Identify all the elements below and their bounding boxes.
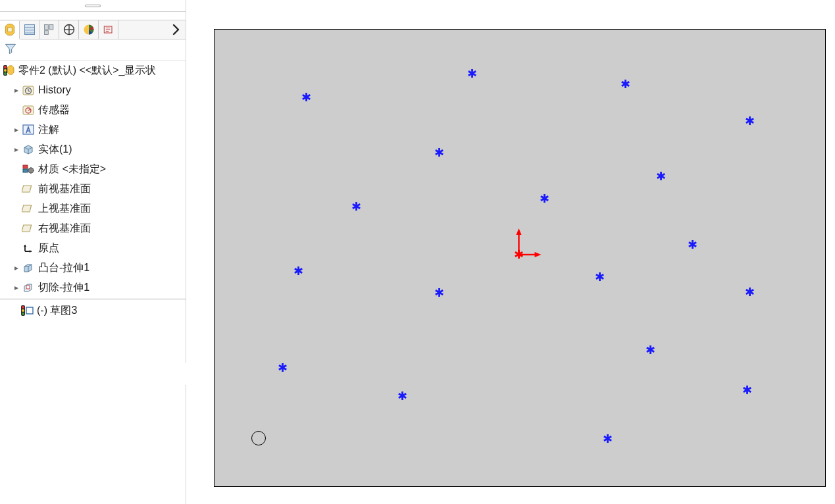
svg-point-23 (28, 168, 34, 173)
cut-icon (21, 280, 36, 295)
origin-star: ✱ (514, 248, 524, 261)
sketch-point[interactable]: ✱ (434, 288, 444, 297)
extrude-icon (21, 261, 36, 275)
sketch-point[interactable]: ✱ (742, 386, 752, 395)
feature-manager-icon (3, 23, 16, 36)
sketch-canvas[interactable]: ✱✱✱✱✱✱✱✱✱✱✱✱✱✱✱✱✱✱✱ (214, 29, 826, 487)
sketch-point[interactable]: ✱ (540, 194, 549, 203)
sketch-origin[interactable]: ✱ (514, 250, 524, 259)
svg-point-28 (22, 313, 24, 315)
tab-property-manager[interactable] (20, 20, 39, 39)
tab-feature-manager[interactable] (0, 21, 20, 39)
sketch-point[interactable]: ✱ (656, 172, 666, 181)
tree-item-10[interactable]: ▸切除-拉伸1 (0, 278, 186, 297)
tree-item-2[interactable]: ▸注解 (0, 120, 186, 139)
tree-item-label: 上视基准面 (38, 202, 91, 216)
tab-cam-manager[interactable] (99, 20, 118, 39)
sketch-point[interactable]: ✱ (595, 272, 605, 282)
tree-item-0[interactable]: ▸History (0, 80, 186, 100)
svg-point-13 (4, 66, 7, 68)
tree-item-label: 前视基准面 (38, 182, 91, 196)
sketch-point[interactable]: ✱ (688, 240, 697, 249)
sketch-point[interactable]: ✱ (293, 266, 303, 276)
svg-rect-24 (26, 286, 30, 289)
part-status-icon (1, 63, 16, 78)
history-icon (21, 83, 36, 97)
material-icon (21, 162, 36, 176)
svg-point-27 (22, 309, 24, 312)
sketch-point[interactable]: ✱ (603, 434, 613, 443)
plane-icon (21, 201, 36, 216)
tree-item-1[interactable]: 传感器 (0, 100, 186, 120)
plane-icon (21, 182, 36, 196)
rollback-bar[interactable] (0, 299, 186, 299)
tab-dimxpert-manager[interactable] (59, 20, 79, 39)
tree-item-below-bar[interactable]: (-) 草图3 (0, 301, 186, 320)
filter-icon[interactable] (4, 42, 17, 57)
tab-configuration-manager[interactable] (39, 20, 59, 39)
tree-filter-row (0, 39, 186, 61)
graphics-viewport[interactable]: ✱✱✱✱✱✱✱✱✱✱✱✱✱✱✱✱✱✱✱ (186, 0, 835, 504)
expand-arrow[interactable]: ▸ (12, 283, 21, 292)
expand-arrow[interactable]: ▸ (12, 86, 21, 95)
sketch-point[interactable]: ✱ (467, 69, 477, 78)
tree-item-6[interactable]: 上视基准面 (0, 199, 186, 218)
tabstrip-overflow[interactable] (167, 23, 186, 36)
sketch-point[interactable]: ✱ (745, 116, 755, 126)
tree-item-4[interactable]: 材质 <未指定> (0, 159, 186, 179)
tab-display-manager[interactable] (79, 20, 99, 39)
tree-item-label: 实体(1) (38, 143, 72, 157)
svg-rect-21 (23, 165, 28, 168)
expand-arrow[interactable]: ▸ (12, 125, 21, 134)
sketch-point[interactable]: ✱ (351, 202, 361, 211)
feature-manager-panel: 零件2 (默认) <<默认>_显示状 ▸History传感器▸注解▸实体(1)材… (0, 0, 186, 504)
tree-root-part[interactable]: 零件2 (默认) <<默认>_显示状 (0, 61, 186, 80)
tree-item-8[interactable]: 原点 (0, 238, 186, 258)
tree-item-3[interactable]: ▸实体(1) (0, 139, 186, 159)
svg-marker-31 (516, 228, 521, 235)
sketch-status-icon (20, 303, 34, 318)
sketch-point[interactable]: ✱ (278, 363, 288, 372)
sketch-point[interactable]: ✱ (745, 288, 755, 297)
display-manager-icon (82, 23, 95, 36)
tree-item-5[interactable]: 前视基准面 (0, 179, 186, 199)
sketch-circle[interactable] (251, 431, 266, 445)
panel-drag-handle[interactable] (0, 0, 186, 12)
sketch-point[interactable]: ✱ (397, 391, 407, 401)
sensor-icon (21, 103, 36, 117)
svg-rect-5 (49, 25, 53, 30)
configuration-manager-icon (43, 23, 56, 36)
origin-icon (21, 241, 36, 255)
tree-item-label: 原点 (38, 241, 59, 255)
app-root: 零件2 (默认) <<默认>_显示状 ▸History传感器▸注解▸实体(1)材… (0, 0, 835, 504)
svg-rect-22 (23, 169, 28, 172)
tree-item-7[interactable]: 右视基准面 (0, 218, 186, 238)
svg-rect-29 (26, 307, 33, 314)
expand-arrow[interactable]: ▸ (12, 145, 21, 154)
cam-manager-icon (102, 23, 115, 36)
svg-marker-33 (534, 252, 541, 257)
tree-item-label: 凸台-拉伸1 (38, 261, 89, 275)
sketch-point[interactable]: ✱ (645, 345, 655, 355)
solidbody-icon (21, 142, 36, 157)
tree-item-label: 注解 (38, 123, 59, 137)
dimxpert-icon (63, 23, 76, 36)
property-manager-icon (23, 23, 36, 36)
tree-item-9[interactable]: ▸凸台-拉伸1 (0, 258, 186, 278)
sketch-point[interactable]: ✱ (620, 80, 630, 89)
tree-root-label: 零件2 (默认) <<默认>_显示状 (18, 64, 156, 78)
annotation-icon (21, 122, 36, 137)
tree-item-label: 切除-拉伸1 (38, 281, 89, 295)
expand-arrow[interactable]: ▸ (12, 263, 21, 272)
tree-item-label: 传感器 (38, 103, 70, 117)
sketch-point[interactable]: ✱ (301, 93, 311, 102)
feature-tree: 零件2 (默认) <<默认>_显示状 ▸History传感器▸注解▸实体(1)材… (0, 61, 186, 320)
svg-point-14 (4, 69, 7, 72)
svg-point-26 (22, 306, 24, 309)
panel-spacer (0, 12, 186, 20)
plane-icon (21, 221, 36, 236)
chevron-right-icon (172, 23, 181, 36)
panel-tabstrip (0, 20, 186, 39)
sketch-point[interactable]: ✱ (434, 148, 444, 157)
tree-item-label: History (38, 84, 71, 96)
